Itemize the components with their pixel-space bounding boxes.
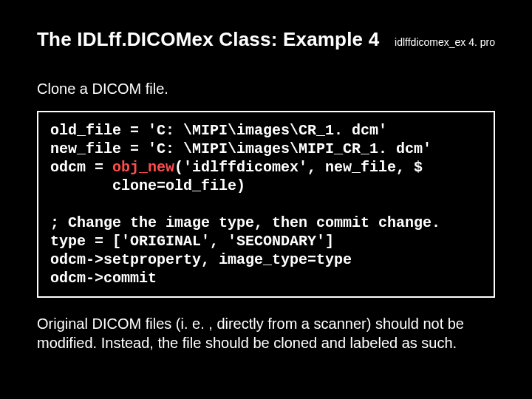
code-line: ; Change the image type, then commit cha… xyxy=(50,214,440,231)
code-line: old_file = 'C: \MIPI\images\CR_1. dcm' xyxy=(50,122,387,139)
code-line: odcm = xyxy=(50,159,112,176)
code-keyword: obj_new xyxy=(112,159,174,176)
code-line: odcm->setproperty, image_type=type xyxy=(50,251,352,268)
code-line: type = ['ORIGINAL', 'SECONDARY'] xyxy=(50,233,334,250)
header-row: The IDLff.DICOMex Class: Example 4 idlff… xyxy=(37,28,495,51)
code-block: old_file = 'C: \MIPI\images\CR_1. dcm' n… xyxy=(37,111,495,298)
slide-title: The IDLff.DICOMex Class: Example 4 xyxy=(37,28,379,51)
slide-subtitle: Clone a DICOM file. xyxy=(37,81,495,98)
slide-filename: idlffdicomex_ex 4. pro xyxy=(395,36,495,48)
code-line: clone=old_file) xyxy=(50,177,245,194)
code-line: odcm->commit xyxy=(50,270,157,287)
code-line: ('idlffdicomex', new_file, $ xyxy=(174,159,423,176)
slide-footer-text: Original DICOM files (i. e. , directly f… xyxy=(37,314,495,352)
code-line: new_file = 'C: \MIPI\images\MIPI_CR_1. d… xyxy=(50,140,432,157)
slide: The IDLff.DICOMex Class: Example 4 idlff… xyxy=(0,0,532,399)
